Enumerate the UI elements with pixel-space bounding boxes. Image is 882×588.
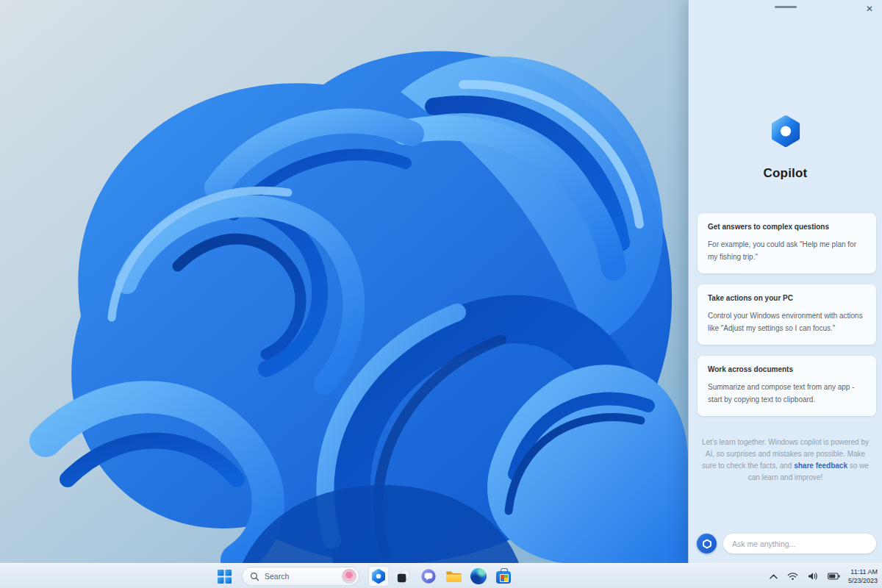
- tray-clock[interactable]: 11:11 AM 5/23/2023: [848, 567, 878, 585]
- card-title: Get answers to complex questions: [708, 223, 866, 231]
- taskbar-task-view-button[interactable]: [393, 566, 414, 587]
- taskbar-center-group: Search: [214, 564, 514, 588]
- taskbar-file-explorer-button[interactable]: [443, 566, 464, 587]
- copilot-badge-icon[interactable]: [697, 534, 717, 553]
- chat-icon: [420, 568, 437, 584]
- wifi-icon[interactable]: [786, 570, 800, 582]
- card-body: Summarize and compose text from any app …: [708, 381, 866, 406]
- copilot-panel: ✕ Copilot Get answers to complex questio…: [688, 0, 882, 563]
- task-view-icon: [395, 568, 412, 584]
- windows-logo-icon: [218, 570, 232, 584]
- taskbar-edge-button[interactable]: [468, 566, 489, 587]
- tray-time: 11:11 AM: [848, 567, 878, 576]
- copilot-logo-icon: [768, 114, 803, 148]
- card-title: Take actions on your PC: [708, 294, 866, 302]
- suggestion-card-documents: Work across documents Summarize and comp…: [698, 356, 876, 416]
- copilot-icon: [370, 568, 387, 584]
- suggestion-card-questions: Get answers to complex questions For exa…: [698, 213, 876, 273]
- file-explorer-icon: [445, 568, 462, 584]
- drag-handle[interactable]: [775, 6, 797, 8]
- ask-input[interactable]: [723, 534, 876, 553]
- search-icon: [250, 572, 259, 581]
- taskbar: Search: [0, 563, 882, 588]
- edge-icon: [470, 568, 487, 584]
- bloom-wallpaper-image: [0, 0, 688, 563]
- volume-icon[interactable]: [806, 570, 820, 582]
- tray-chevron-up-icon[interactable]: [768, 573, 779, 581]
- copilot-title: Copilot: [689, 166, 882, 181]
- suggestion-card-actions: Take actions on your PC Control your Win…: [698, 284, 876, 345]
- close-icon[interactable]: ✕: [863, 1, 876, 16]
- card-body: For example, you could ask "Help me plan…: [708, 239, 866, 263]
- search-box[interactable]: Search: [242, 567, 359, 586]
- windows-desktop-screen: ✕ Copilot Get answers to complex questio…: [0, 0, 882, 588]
- search-label: Search: [265, 572, 337, 581]
- disclaimer-text: Let's learn together. Windows copilot is…: [700, 437, 870, 484]
- card-title: Work across documents: [708, 365, 866, 373]
- start-button[interactable]: [214, 566, 234, 587]
- desktop-wallpaper[interactable]: [0, 0, 688, 563]
- tray-date: 5/23/2023: [848, 576, 878, 585]
- battery-icon[interactable]: [826, 571, 842, 581]
- search-highlight-image[interactable]: [342, 569, 356, 584]
- taskbar-chat-button[interactable]: [418, 566, 439, 587]
- taskbar-copilot-button[interactable]: [368, 566, 389, 587]
- microsoft-store-icon: [496, 571, 511, 584]
- taskbar-store-button[interactable]: [493, 566, 514, 587]
- copilot-input-row: [697, 534, 876, 553]
- suggestion-cards: Get answers to complex questions For exa…: [698, 213, 876, 416]
- system-tray: 11:11 AM 5/23/2023: [768, 564, 878, 588]
- share-feedback-link[interactable]: share feedback: [794, 462, 847, 470]
- card-body: Control your Windows environment with ac…: [708, 310, 866, 334]
